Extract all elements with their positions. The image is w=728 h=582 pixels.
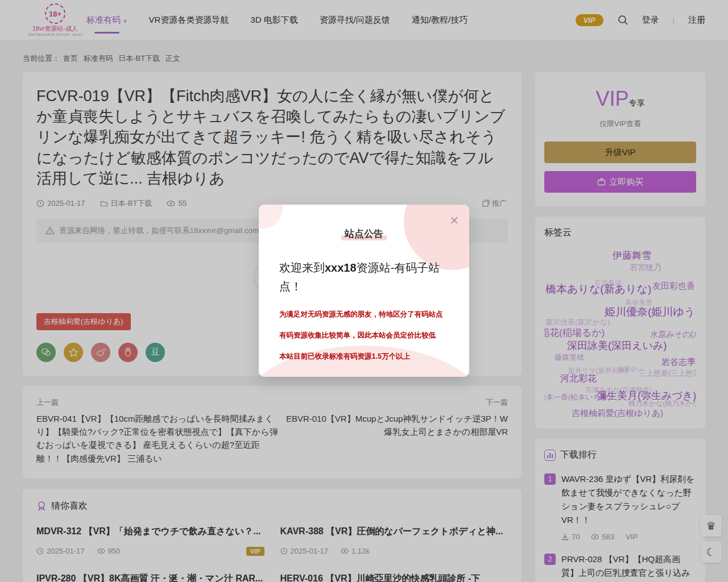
close-icon[interactable]: ✕ — [449, 214, 459, 227]
modal-line: 为满足对无码资源无感的朋友，特地区分了有码站点 — [279, 310, 449, 319]
modal-line: 有码资源收集比较简单，因此本站会员定价比较低 — [279, 331, 449, 340]
modal-notice-lines: 为满足对无码资源无感的朋友，特地区分了有码站点 有码资源收集比较简单，因此本站会… — [279, 310, 449, 361]
pink-circle-decoration — [259, 205, 283, 228]
modal-title: 站点公告 — [259, 227, 469, 240]
announcement-modal: ✕ 站点公告 欢迎来到xxx18资源站-有码子站点！ 为满足对无码资源无感的朋友… — [259, 205, 469, 377]
modal-line: 本站目前已收录标准有码资源1.5万个以上 — [279, 352, 449, 361]
modal-welcome-text: 欢迎来到xxx18资源站-有码子站点！ — [279, 259, 449, 296]
